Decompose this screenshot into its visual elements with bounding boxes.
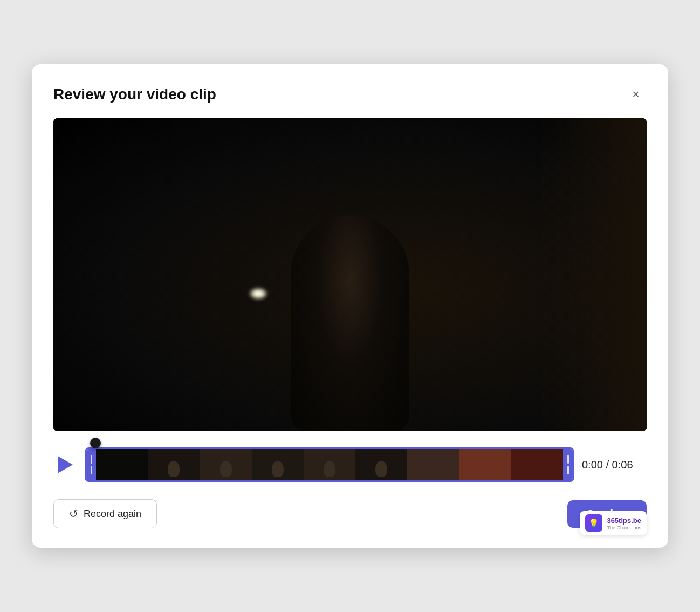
time-display: 0:00 / 0:06 [582, 459, 647, 471]
trim-line [91, 455, 92, 464]
trim-handle-lines-left [91, 455, 92, 474]
timeline-track-container [85, 447, 574, 482]
badge-name: 365tips.be [607, 516, 641, 525]
review-video-dialog: Review your video clip × [32, 64, 668, 548]
timeline-track[interactable] [85, 447, 574, 482]
dialog-title: Review your video clip [53, 86, 216, 103]
trim-handle-right[interactable] [563, 449, 573, 480]
film-frame-8 [459, 449, 511, 480]
play-icon [58, 456, 73, 473]
badge-icon: 💡 [585, 514, 602, 532]
timeline-area: 0:00 / 0:06 [53, 442, 647, 482]
record-again-label: Record again [84, 508, 141, 520]
film-frame-9 [511, 449, 563, 480]
brand-badge: 💡 365tips.be The Champions [580, 511, 647, 535]
film-frame-5 [304, 449, 355, 480]
trim-handle-lines-right [567, 455, 569, 474]
trees-decoration [539, 118, 647, 431]
trim-handle-left[interactable] [86, 449, 96, 480]
badge-info: 365tips.be The Champions [607, 515, 641, 531]
film-frame-7 [407, 449, 459, 480]
person-figure [291, 215, 409, 431]
video-scene [53, 118, 647, 431]
record-again-button[interactable]: ↺ Record again [53, 499, 157, 528]
close-button[interactable]: × [625, 84, 647, 105]
trim-line [91, 466, 92, 474]
film-frame-6 [355, 449, 407, 480]
trim-line [567, 455, 569, 464]
film-frame-4 [252, 449, 304, 480]
film-frame-1 [96, 449, 148, 480]
refresh-icon: ↺ [69, 507, 78, 520]
badge-sub: The Champions [607, 525, 641, 531]
film-frame-2 [148, 449, 200, 480]
video-preview [53, 118, 647, 431]
play-button[interactable] [53, 453, 77, 477]
filmstrip [96, 449, 563, 480]
actions-row: ↺ Record again Send ▷ [53, 499, 647, 528]
dialog-header: Review your video clip × [53, 84, 647, 105]
trim-line [567, 466, 569, 474]
film-frame-3 [200, 449, 251, 480]
light-source [249, 288, 267, 300]
scrubber-handle[interactable] [90, 438, 101, 448]
